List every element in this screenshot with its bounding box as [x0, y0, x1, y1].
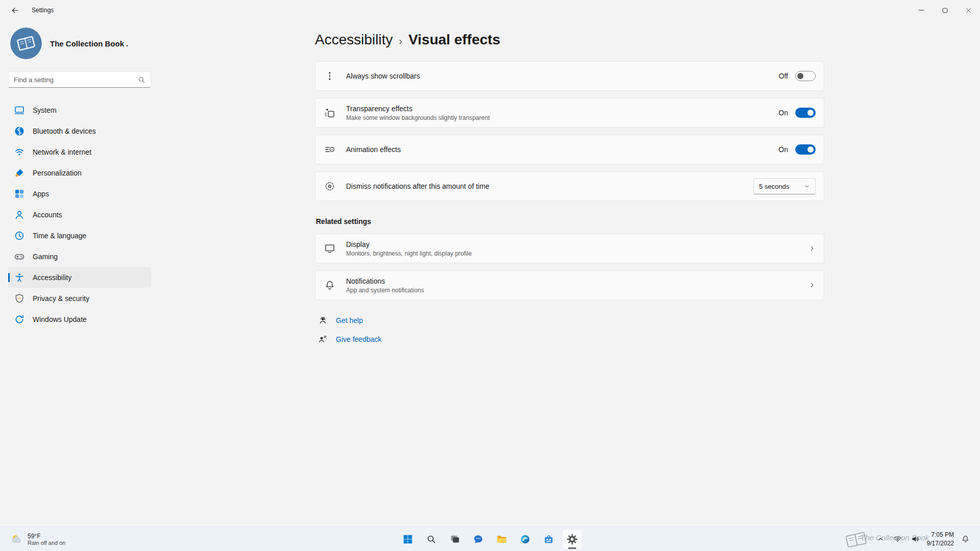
- close-icon: [964, 6, 973, 15]
- tray-time: 7:05 PM: [927, 531, 954, 539]
- user-account[interactable]: The Collection Book .: [8, 23, 151, 67]
- sidebar-item-label: Network & internet: [33, 148, 91, 156]
- sidebar-item-apps[interactable]: Apps: [8, 184, 151, 204]
- window-controls: [910, 0, 980, 20]
- sidebar-nav: System Bluetooth & devices Network & int…: [8, 100, 151, 330]
- sidebar-item-privacy-security[interactable]: Privacy & security: [8, 288, 151, 309]
- breadcrumb-separator-icon: ›: [399, 35, 402, 47]
- sidebar-item-bluetooth-devices[interactable]: Bluetooth & devices: [8, 121, 151, 141]
- give-feedback-link[interactable]: Give feedback: [336, 335, 382, 343]
- setting-title: Animation effects: [346, 145, 401, 154]
- toggle-knob: [807, 110, 814, 116]
- settings-app-button[interactable]: [562, 529, 582, 549]
- wifi-icon: [893, 535, 902, 543]
- settings-gear-icon: [566, 533, 578, 545]
- sidebar-item-label: System: [33, 106, 57, 114]
- breadcrumb-accessibility[interactable]: Accessibility: [315, 32, 393, 48]
- file-explorer-button[interactable]: [492, 529, 512, 549]
- toggle-knob: [807, 146, 814, 153]
- taskbar-search-button[interactable]: [421, 529, 442, 549]
- dismiss-time-dropdown[interactable]: 5 seconds: [753, 178, 816, 194]
- minimize-button[interactable]: [910, 0, 933, 20]
- watermark-book-sketch: [842, 530, 870, 548]
- animation-effects-toggle[interactable]: [795, 144, 816, 155]
- sidebar-item-label: Personalization: [33, 169, 82, 177]
- edge-icon: [520, 534, 531, 545]
- system-icon: [14, 105, 24, 115]
- sidebar-item-personalization[interactable]: Personalization: [8, 163, 151, 183]
- dropdown-value: 5 seconds: [759, 183, 789, 190]
- settings-search[interactable]: [8, 71, 151, 88]
- dismiss-timer-icon: [323, 181, 337, 192]
- titlebar: Settings: [0, 0, 980, 20]
- setting-row-dismiss-notifications: Dismiss notifications after this amount …: [315, 171, 824, 201]
- transparency-effects-toggle[interactable]: [795, 108, 816, 118]
- search-input[interactable]: [14, 76, 138, 84]
- sidebar-item-label: Windows Update: [33, 315, 87, 323]
- time-language-icon: [14, 231, 24, 241]
- store-button[interactable]: [538, 529, 559, 549]
- transparency-icon: [323, 107, 337, 118]
- clock-widget[interactable]: 7:05 PM 9/17/2022: [927, 531, 954, 547]
- network-icon: [14, 147, 24, 157]
- notification-bell-icon: [961, 535, 970, 543]
- sidebar-item-label: Bluetooth & devices: [33, 127, 96, 135]
- weather-widget[interactable]: 59°F Rain off and on: [6, 531, 69, 547]
- edge-button[interactable]: [515, 529, 535, 549]
- breadcrumb: Accessibility › Visual effects: [315, 32, 824, 48]
- personalization-icon: [14, 168, 24, 178]
- toggle-state-label: Off: [779, 72, 788, 80]
- task-view-button[interactable]: [445, 529, 465, 549]
- sidebar: The Collection Book . System Bluetooth &…: [0, 20, 159, 527]
- sidebar-item-windows-update[interactable]: Windows Update: [8, 309, 151, 330]
- chevron-down-icon: [804, 183, 810, 189]
- start-button[interactable]: [398, 529, 418, 549]
- page-title: Visual effects: [408, 32, 500, 48]
- maximize-button[interactable]: [933, 0, 957, 20]
- gaming-icon: [14, 252, 24, 262]
- close-button[interactable]: [957, 0, 980, 20]
- weather-desc: Rain off and on: [28, 540, 65, 546]
- sidebar-item-system[interactable]: System: [8, 100, 151, 120]
- setting-title: Always show scrollbars: [346, 72, 420, 80]
- scrollbars-icon: [323, 70, 337, 82]
- chevron-right-icon: [808, 282, 816, 289]
- bluetooth-icon: [14, 126, 24, 136]
- minimize-icon: [917, 6, 926, 15]
- window-title: Settings: [32, 7, 54, 14]
- related-row-notifications[interactable]: Notifications App and system notificatio…: [315, 270, 824, 300]
- chevron-up-icon: [877, 536, 884, 543]
- windows-update-icon: [14, 314, 24, 324]
- get-help-link[interactable]: Get help: [336, 316, 363, 324]
- volume-button[interactable]: [909, 533, 922, 545]
- setting-row-always-show-scrollbars: Always show scrollbars Off: [315, 61, 824, 91]
- chat-button[interactable]: [468, 529, 488, 549]
- always-show-scrollbars-toggle[interactable]: [795, 71, 816, 81]
- network-status-button[interactable]: [891, 533, 904, 545]
- display-icon: [323, 243, 337, 254]
- tray-show-hidden-icons-button[interactable]: [875, 534, 886, 545]
- sidebar-item-gaming[interactable]: Gaming: [8, 246, 151, 267]
- sidebar-item-time-language[interactable]: Time & language: [8, 226, 151, 246]
- accessibility-icon: [14, 272, 24, 283]
- help-links: Get help Give feedback: [315, 315, 824, 344]
- chat-icon: [473, 534, 484, 545]
- sidebar-item-label: Gaming: [33, 253, 58, 261]
- setting-subtitle: App and system notifications: [346, 287, 424, 294]
- accounts-icon: [14, 210, 24, 220]
- back-button[interactable]: [6, 3, 23, 18]
- sidebar-item-label: Time & language: [33, 232, 86, 240]
- apps-icon: [14, 189, 24, 199]
- user-name: The Collection Book .: [50, 39, 128, 48]
- main-content: Accessibility › Visual effects Always sh…: [159, 20, 980, 527]
- chevron-right-icon: [808, 245, 816, 252]
- give-feedback-icon: [318, 334, 328, 344]
- related-row-display[interactable]: Display Monitors, brightness, night ligh…: [315, 234, 824, 263]
- weather-icon: [10, 533, 23, 546]
- store-icon: [543, 534, 554, 545]
- notification-center-button[interactable]: [959, 533, 972, 545]
- setting-row-animation-effects: Animation effects On: [315, 135, 824, 164]
- sidebar-item-accessibility[interactable]: Accessibility: [8, 267, 151, 288]
- sidebar-item-network-internet[interactable]: Network & internet: [8, 142, 151, 162]
- sidebar-item-accounts[interactable]: Accounts: [8, 205, 151, 225]
